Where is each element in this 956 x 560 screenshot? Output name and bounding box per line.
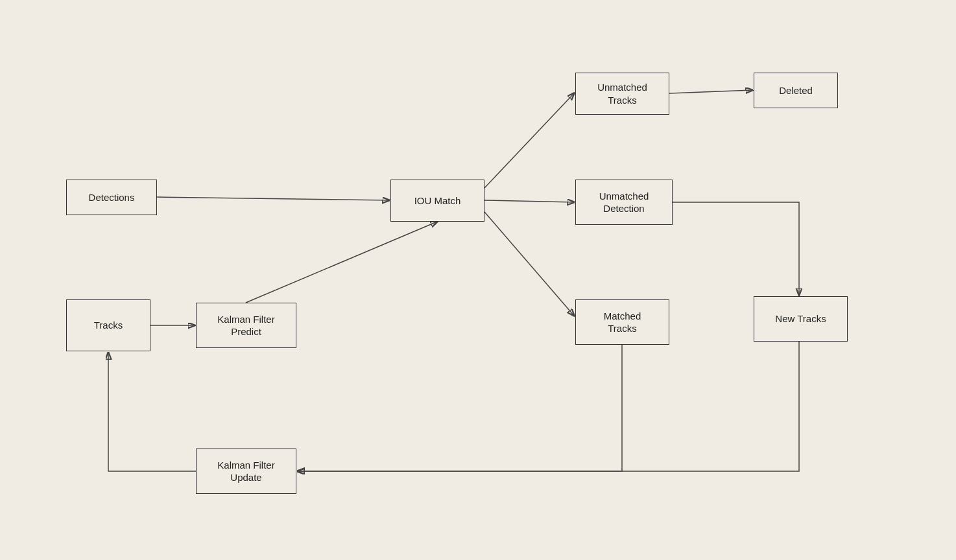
- unmatched-detection-node: UnmatchedDetection: [575, 180, 673, 225]
- kalman-predict-node: Kalman FilterPredict: [196, 303, 296, 348]
- new-tracks-node: New Tracks: [754, 296, 848, 342]
- deleted-node: Deleted: [754, 73, 838, 108]
- matched-tracks-node: MatchedTracks: [575, 299, 669, 345]
- svg-line-4: [484, 200, 574, 202]
- svg-line-6: [669, 90, 752, 93]
- svg-line-3: [484, 93, 574, 188]
- diagram-container: Detections Tracks Kalman FilterPredict I…: [30, 14, 926, 546]
- unmatched-tracks-node: UnmatchedTracks: [575, 73, 669, 115]
- detections-node: Detections: [66, 180, 157, 215]
- tracks-node: Tracks: [66, 299, 150, 351]
- svg-line-0: [157, 197, 389, 200]
- iou-match-node: IOU Match: [390, 180, 484, 222]
- kalman-update-node: Kalman FilterUpdate: [196, 449, 296, 494]
- svg-line-2: [246, 222, 437, 303]
- svg-line-5: [484, 212, 574, 316]
